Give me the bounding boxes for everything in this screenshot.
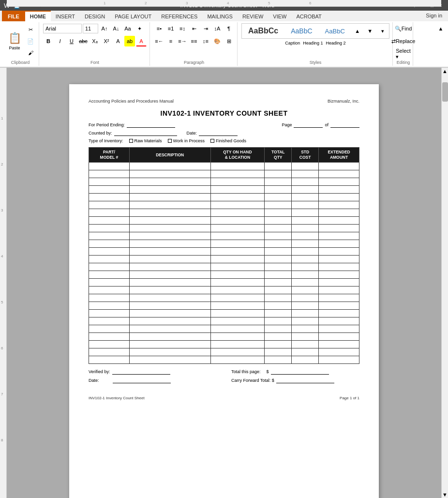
style-aabbcc[interactable]: AaBbCc [243,25,284,37]
table-cell[interactable] [265,287,292,294]
table-cell[interactable] [129,186,210,194]
table-cell[interactable] [292,325,319,333]
show-paragraph-button[interactable]: ¶ [224,23,234,34]
table-cell[interactable] [292,170,319,178]
table-cell[interactable] [292,271,319,279]
table-cell[interactable] [129,170,210,178]
finished-goods-option[interactable]: Finished Goods [210,138,246,143]
table-cell[interactable] [129,240,210,248]
table-cell[interactable] [265,194,292,201]
table-cell[interactable] [319,279,359,287]
align-center-button[interactable]: ≡ [165,36,176,46]
table-cell[interactable] [265,217,292,225]
tab-page-layout[interactable]: PAGE LAYOUT [110,11,156,21]
table-cell[interactable] [210,287,265,294]
styles-scroll-down[interactable]: ▼ [365,26,375,36]
table-cell[interactable] [292,248,319,256]
borders-button[interactable]: ⊞ [224,36,234,46]
grow-font-button[interactable]: A↑ [99,23,110,34]
table-cell[interactable] [129,225,210,232]
verified-by-input[interactable] [112,369,170,375]
table-cell[interactable] [210,163,265,170]
tab-design[interactable]: DESIGN [80,11,110,21]
table-cell[interactable] [129,356,210,364]
table-cell[interactable] [210,170,265,178]
table-cell[interactable] [210,263,265,271]
cut-button[interactable]: ✂ [25,24,36,35]
table-cell[interactable] [210,310,265,317]
table-cell[interactable] [319,170,359,178]
table-cell[interactable] [319,163,359,170]
table-cell[interactable] [292,186,319,194]
table-cell[interactable] [210,271,265,279]
table-cell[interactable] [292,163,319,170]
font-name-input[interactable] [43,24,82,33]
table-cell[interactable] [265,201,292,209]
table-cell[interactable] [319,186,359,194]
date2-input[interactable] [113,377,171,383]
table-cell[interactable] [89,256,130,263]
table-cell[interactable] [265,356,292,364]
table-cell[interactable] [210,348,265,356]
table-cell[interactable] [319,194,359,201]
table-cell[interactable] [292,217,319,225]
styles-expand[interactable]: ▾ [377,26,388,36]
table-cell[interactable] [292,356,319,364]
table-cell[interactable] [129,310,210,317]
table-cell[interactable] [89,356,130,364]
table-cell[interactable] [89,317,130,325]
table-cell[interactable] [319,248,359,256]
decrease-indent-button[interactable]: ⇤ [189,23,199,34]
table-cell[interactable] [129,209,210,217]
table-cell[interactable] [265,178,292,186]
table-cell[interactable] [129,256,210,263]
document-scroll-area[interactable]: 1 2 3 4 5 6 Accounting Policies and Proc… [7,68,441,498]
table-cell[interactable] [129,287,210,294]
table-cell[interactable] [129,333,210,341]
copy-button[interactable]: 📄 [25,36,36,46]
table-cell[interactable] [265,186,292,194]
table-cell[interactable] [319,240,359,248]
table-cell[interactable] [129,263,210,271]
table-cell[interactable] [265,302,292,310]
table-cell[interactable] [319,271,359,279]
work-in-process-option[interactable]: Work in Process [168,138,205,143]
table-cell[interactable] [89,294,130,302]
tab-acrobat[interactable]: ACROBAT [291,11,326,21]
style-heading2[interactable]: AaBbC [320,26,350,37]
table-cell[interactable] [265,163,292,170]
table-cell[interactable] [129,248,210,256]
table-cell[interactable] [292,302,319,310]
table-cell[interactable] [89,341,130,348]
scrollbar-thumb[interactable] [442,82,448,102]
table-cell[interactable] [210,178,265,186]
table-cell[interactable] [210,217,265,225]
table-cell[interactable] [129,194,210,201]
increase-indent-button[interactable]: ⇥ [200,23,211,34]
date-input[interactable] [199,130,238,136]
table-cell[interactable] [89,263,130,271]
table-cell[interactable] [89,209,130,217]
text-effects-button[interactable]: A [113,36,123,46]
table-cell[interactable] [265,348,292,356]
table-cell[interactable] [89,325,130,333]
table-cell[interactable] [129,348,210,356]
table-cell[interactable] [89,348,130,356]
table-cell[interactable] [292,294,319,302]
table-cell[interactable] [265,341,292,348]
table-cell[interactable] [129,178,210,186]
table-cell[interactable] [265,271,292,279]
table-cell[interactable] [319,333,359,341]
table-cell[interactable] [292,232,319,240]
tab-review[interactable]: REVIEW [238,11,268,21]
table-cell[interactable] [319,310,359,317]
table-cell[interactable] [292,287,319,294]
table-cell[interactable] [89,163,130,170]
justify-button[interactable]: ≡≡ [189,36,199,46]
table-cell[interactable] [210,325,265,333]
table-cell[interactable] [292,240,319,248]
table-cell[interactable] [319,294,359,302]
scrollbar-up-button[interactable]: ▲ [442,68,448,75]
table-cell[interactable] [319,325,359,333]
align-right-button[interactable]: ≡→ [177,36,188,46]
